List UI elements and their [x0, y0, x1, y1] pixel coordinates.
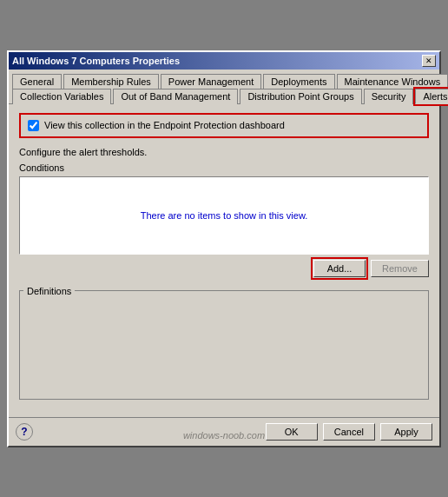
- tab-general[interactable]: General: [12, 74, 62, 89]
- content-area: View this collection in the Endpoint Pro…: [9, 104, 439, 417]
- endpoint-protection-label: View this collection in the Endpoint Pro…: [44, 120, 285, 130]
- endpoint-protection-checkbox[interactable]: [28, 120, 39, 131]
- cancel-button[interactable]: Cancel: [323, 423, 375, 441]
- tab-alerts[interactable]: Alerts: [415, 89, 448, 104]
- tab-security[interactable]: Security: [364, 89, 414, 104]
- tab-membership-rules[interactable]: Membership Rules: [63, 74, 159, 89]
- tab-maintenance-windows[interactable]: Maintenance Windows: [337, 74, 449, 89]
- tab-row-1: General Membership Rules Power Managemen…: [9, 70, 439, 88]
- conditions-label: Conditions: [19, 162, 429, 173]
- bottom-buttons: OK Cancel Apply: [266, 423, 432, 441]
- tab-collection-variables[interactable]: Collection Variables: [12, 89, 111, 104]
- close-button[interactable]: ✕: [422, 55, 436, 67]
- main-window: All Windows 7 Computers Properties ✕ Gen…: [7, 50, 441, 447]
- add-button[interactable]: Add...: [313, 260, 366, 277]
- configure-text: Configure the alert thresholds.: [19, 147, 429, 157]
- endpoint-protection-checkbox-section: View this collection in the Endpoint Pro…: [19, 113, 429, 138]
- tab-distribution-point-groups[interactable]: Distribution Point Groups: [240, 89, 361, 104]
- tab-deployments[interactable]: Deployments: [263, 74, 334, 89]
- window-title: All Windows 7 Computers Properties: [12, 56, 180, 66]
- title-bar: All Windows 7 Computers Properties ✕: [9, 52, 439, 70]
- apply-button[interactable]: Apply: [380, 423, 432, 441]
- tab-out-of-band[interactable]: Out of Band Management: [113, 89, 238, 104]
- watermark: windows-noob.com: [183, 430, 265, 441]
- definitions-legend: Definitions: [23, 286, 75, 296]
- conditions-buttons: Add... Remove: [19, 260, 429, 277]
- remove-button[interactable]: Remove: [371, 260, 429, 277]
- tab-power-management[interactable]: Power Management: [161, 74, 261, 89]
- empty-list-message: There are no items to show in this view.: [141, 210, 308, 221]
- definitions-section: Definitions: [19, 286, 429, 400]
- tab-row-2: Collection Variables Out of Band Managem…: [9, 88, 439, 104]
- title-bar-controls: ✕: [422, 55, 436, 67]
- definitions-content: [23, 300, 425, 395]
- ok-button[interactable]: OK: [266, 423, 318, 441]
- help-button[interactable]: ?: [16, 423, 33, 441]
- conditions-list: There are no items to show in this view.: [19, 176, 429, 255]
